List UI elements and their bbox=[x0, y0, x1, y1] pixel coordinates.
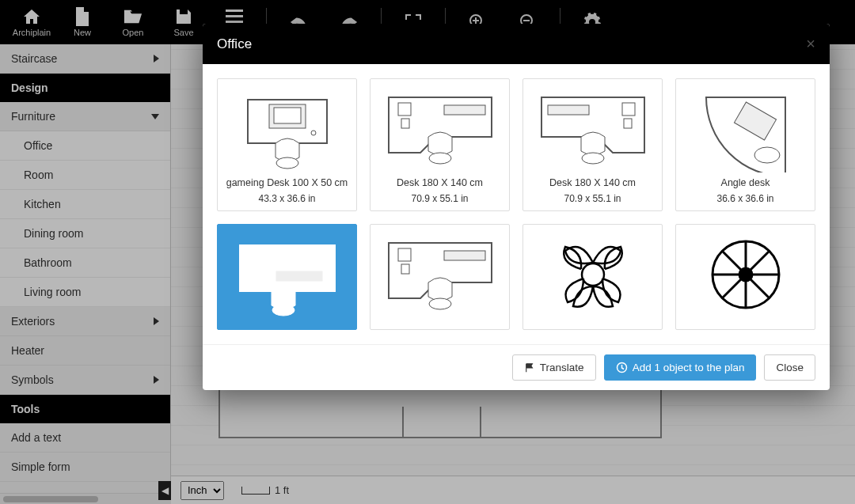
svg-rect-11 bbox=[398, 103, 411, 116]
svg-rect-26 bbox=[398, 248, 411, 261]
svg-rect-16 bbox=[624, 119, 632, 128]
svg-rect-14 bbox=[548, 105, 589, 115]
furniture-card-2[interactable]: Desk 180 X 140 cm70.9 x 55.1 in bbox=[522, 78, 663, 211]
furniture-picker-modal: Office × gameing Desk 100 X 50 cm43.3 x … bbox=[203, 24, 830, 390]
furniture-dimensions: 70.9 x 55.1 in bbox=[530, 193, 656, 204]
modal-footer: Translate Add 1 object to the plan Close bbox=[203, 344, 830, 390]
close-button[interactable]: Close bbox=[764, 354, 815, 381]
clock-plus-icon bbox=[616, 362, 628, 373]
translate-button[interactable]: Translate bbox=[512, 354, 596, 381]
furniture-dimensions: 70.9 x 55.1 in bbox=[377, 193, 503, 204]
furniture-thumb bbox=[682, 231, 808, 318]
modal-body[interactable]: gameing Desk 100 X 50 cm43.3 x 36.6 in D… bbox=[203, 64, 830, 344]
furniture-card-3[interactable]: Angle desk36.6 x 36.6 in bbox=[675, 78, 815, 211]
furniture-title: gameing Desk 100 X 50 cm bbox=[224, 177, 350, 188]
svg-rect-21 bbox=[248, 252, 264, 266]
svg-point-23 bbox=[318, 252, 325, 258]
furniture-thumb bbox=[224, 231, 350, 318]
furniture-thumb bbox=[530, 85, 656, 172]
furniture-title: Desk 180 X 140 cm bbox=[530, 177, 656, 188]
svg-rect-7 bbox=[274, 108, 301, 123]
svg-rect-15 bbox=[622, 103, 635, 116]
svg-point-24 bbox=[272, 305, 294, 316]
add-object-button[interactable]: Add 1 object to the plan bbox=[604, 354, 757, 381]
furniture-thumb bbox=[377, 85, 503, 172]
svg-point-8 bbox=[311, 131, 316, 135]
furniture-dimensions: 43.3 x 36.6 in bbox=[224, 193, 350, 204]
furniture-card-5[interactable] bbox=[370, 224, 510, 330]
svg-rect-22 bbox=[276, 271, 323, 282]
furniture-thumb bbox=[530, 231, 656, 318]
close-icon[interactable]: × bbox=[806, 35, 815, 53]
furniture-thumb bbox=[682, 85, 808, 172]
translate-label: Translate bbox=[540, 362, 584, 373]
add-object-label: Add 1 object to the plan bbox=[633, 362, 745, 373]
svg-point-28 bbox=[429, 298, 451, 309]
furniture-card-6[interactable] bbox=[522, 224, 663, 330]
svg-point-31 bbox=[739, 268, 752, 281]
modal-title: Office bbox=[217, 36, 252, 52]
flag-icon bbox=[524, 363, 535, 373]
modal-header: Office × bbox=[203, 24, 830, 64]
furniture-card-0[interactable]: gameing Desk 100 X 50 cm43.3 x 36.6 in bbox=[217, 78, 357, 211]
furniture-title: Desk 180 X 140 cm bbox=[377, 177, 503, 188]
furniture-card-7[interactable] bbox=[675, 224, 815, 330]
furniture-card-4[interactable] bbox=[217, 224, 357, 330]
furniture-dimensions: 36.6 x 36.6 in bbox=[682, 193, 808, 204]
svg-point-17 bbox=[582, 153, 604, 164]
svg-rect-25 bbox=[444, 251, 485, 260]
svg-point-13 bbox=[429, 153, 451, 164]
furniture-thumb bbox=[377, 231, 503, 318]
svg-rect-27 bbox=[401, 264, 409, 274]
furniture-title: Angle desk bbox=[682, 177, 808, 188]
svg-rect-12 bbox=[401, 119, 409, 128]
furniture-card-1[interactable]: Desk 180 X 140 cm70.9 x 55.1 in bbox=[370, 78, 510, 211]
svg-point-29 bbox=[582, 263, 604, 286]
svg-point-19 bbox=[754, 147, 780, 163]
svg-rect-10 bbox=[444, 105, 485, 115]
svg-point-9 bbox=[276, 157, 298, 169]
close-label: Close bbox=[776, 362, 804, 373]
furniture-thumb bbox=[224, 85, 350, 172]
